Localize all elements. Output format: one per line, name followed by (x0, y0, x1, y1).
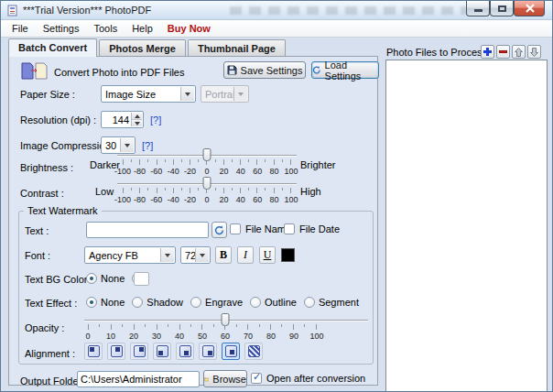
alignment-bottom-center-button[interactable] (176, 343, 194, 360)
opacity-label: Opacity : (25, 322, 64, 333)
save-settings-button[interactable]: Save Settings (223, 61, 306, 79)
opacity-slider[interactable]: 0102030405060708090100 (84, 312, 368, 341)
alignment-bottom-left-button[interactable] (153, 343, 171, 360)
effect-none-radio[interactable] (86, 297, 97, 308)
effect-engrave-radio[interactable] (190, 297, 201, 308)
resolution-help-link[interactable]: [?] (150, 114, 161, 125)
slider-thumb[interactable] (203, 148, 211, 161)
maximize-icon (498, 5, 506, 12)
contrast-slider[interactable]: -100-80-60-40-20020406080100 (117, 176, 297, 204)
close-icon (515, 1, 546, 16)
slider-thumb[interactable] (203, 177, 211, 190)
bg-none-option[interactable]: None (86, 273, 125, 284)
contrast-high-label: High (300, 186, 321, 197)
menu-settings[interactable]: Settings (36, 21, 87, 36)
spin-up-icon[interactable] (132, 113, 142, 120)
alignment-bottom-right-button[interactable] (199, 343, 217, 360)
bg-none-label: None (101, 273, 125, 284)
move-down-button[interactable] (527, 45, 541, 59)
alignment-top-right-icon (134, 345, 146, 357)
font-size-select[interactable]: 72 (180, 246, 211, 264)
effect-segment-radio[interactable] (304, 297, 315, 308)
open-after-checkbox[interactable] (251, 373, 262, 384)
alignment-top-center-icon (111, 345, 123, 357)
effect-none-option[interactable]: None (86, 297, 125, 308)
browse-button[interactable]: Browse (203, 370, 247, 387)
alignment-label: Alignment : (25, 348, 75, 359)
watermark-text-input[interactable] (86, 222, 209, 238)
effect-shadow-radio[interactable] (132, 297, 143, 308)
move-up-button[interactable] (512, 45, 526, 59)
effect-segment-option[interactable]: Segment (304, 297, 359, 308)
brightness-slider[interactable]: -100-80-60-40-20020406080100 (117, 147, 297, 176)
orientation-select: Portrait (201, 85, 249, 103)
bg-none-radio[interactable] (86, 273, 97, 284)
photopdf-window: ***Trial Version*** PhotoPDF File Settin… (0, 0, 553, 392)
file-date-option[interactable]: File Date (284, 223, 340, 234)
open-after-option[interactable]: Open after conversion (251, 373, 365, 384)
add-file-button[interactable] (481, 45, 494, 59)
file-name-option[interactable]: File Name (230, 223, 291, 234)
titlebar[interactable]: ***Trial Version*** PhotoPDF (1, 1, 552, 20)
bg-color-box[interactable] (134, 272, 149, 286)
effect-shadow-label: Shadow (146, 297, 183, 308)
alignment-tile-button[interactable] (244, 343, 263, 360)
load-settings-button[interactable]: Load Settings (311, 61, 379, 79)
slider-thumb[interactable] (222, 313, 230, 326)
down-arrow-icon (530, 48, 538, 57)
effect-engrave-label: Engrave (205, 297, 243, 308)
bold-button[interactable]: B (215, 246, 232, 264)
font-label: Font : (25, 250, 50, 261)
close-button[interactable] (514, 1, 545, 16)
alignment-center-button[interactable] (222, 343, 240, 360)
photo-files-title: Photo Files to Process (386, 47, 487, 58)
minimize-button[interactable] (466, 1, 490, 16)
effect-segment-label: Segment (319, 297, 359, 308)
alignment-top-left-icon (88, 345, 100, 357)
menu-tools[interactable]: Tools (86, 21, 125, 36)
italic-button[interactable]: I (237, 246, 254, 264)
spin-down-icon[interactable] (132, 120, 142, 126)
effect-outline-option[interactable]: Outline (250, 297, 297, 308)
tab-batch-convert[interactable]: Batch Convert (8, 38, 97, 57)
folder-icon (204, 375, 209, 384)
font-color-swatch[interactable] (281, 248, 295, 262)
text-watermark-group-label: Text Watermark (24, 205, 102, 216)
bg-color-label: Text BG Color : (25, 274, 93, 285)
remove-file-button[interactable] (496, 45, 510, 59)
maximize-button[interactable] (490, 1, 514, 16)
window-title: ***Trial Version*** PhotoPDF (23, 5, 151, 16)
output-folder-input[interactable] (77, 371, 200, 387)
paper-size-select[interactable]: Image Size (101, 85, 196, 103)
load-icon (312, 65, 321, 75)
alignment-top-left-button[interactable] (84, 343, 103, 360)
brightness-label: Brightness : (20, 162, 73, 173)
resolution-label: Resolution (dpi) : (20, 114, 96, 125)
resolution-spinner[interactable]: 144 (101, 111, 144, 128)
font-family-select[interactable]: Agency FB (84, 246, 176, 264)
photo-files-list[interactable] (385, 60, 548, 392)
load-settings-label: Load Settings (325, 60, 378, 82)
alignment-top-right-button[interactable] (130, 343, 148, 360)
tab-photos-merge[interactable]: Photos Merge (99, 39, 186, 56)
dropdown-arrow-icon (195, 248, 209, 262)
dropdown-arrow-icon (180, 87, 194, 101)
contrast-label: Contrast : (20, 188, 64, 199)
font-family-value: Agency FB (89, 250, 138, 261)
effect-shadow-option[interactable]: Shadow (132, 297, 183, 308)
minus-icon (499, 50, 507, 53)
file-date-checkbox[interactable] (284, 223, 295, 234)
menu-help[interactable]: Help (125, 21, 160, 36)
file-name-checkbox[interactable] (230, 223, 241, 234)
alignment-top-center-button[interactable] (107, 343, 125, 360)
watermark-text-label: Text : (25, 225, 49, 236)
menu-buy-now[interactable]: Buy Now (160, 21, 218, 36)
dropdown-arrow-icon (160, 248, 174, 262)
panel-title: Convert Photo into PDF Files (54, 67, 184, 78)
effect-outline-radio[interactable] (250, 297, 261, 308)
underline-button[interactable]: U (259, 246, 276, 264)
watermark-text-refresh-button[interactable] (211, 222, 227, 238)
effect-engrave-option[interactable]: Engrave (190, 297, 243, 308)
menu-file[interactable]: File (5, 21, 36, 36)
tab-thumbnail-page[interactable]: Thumbnail Page (188, 39, 286, 56)
